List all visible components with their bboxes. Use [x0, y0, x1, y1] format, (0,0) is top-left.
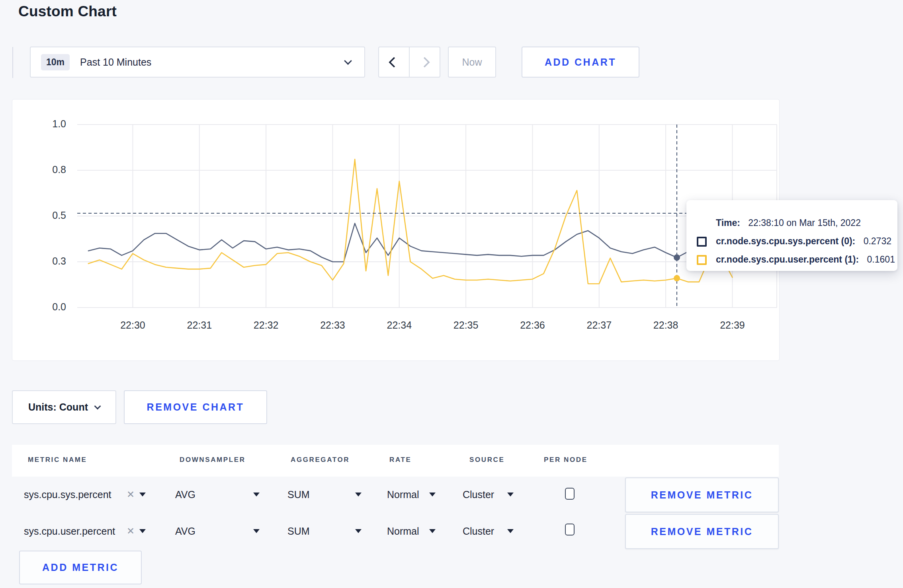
downsampler-select[interactable]: AVG [175, 489, 195, 500]
now-button[interactable]: Now [448, 47, 496, 78]
downsampler-caret-icon[interactable] [253, 529, 260, 533]
units-select[interactable]: Units: Count [12, 390, 116, 424]
tooltip-series-label: cr.node.sys.cpu.sys.percent (0): [716, 236, 855, 246]
y-axis-tick-label: 0.0 [52, 301, 66, 312]
series-line-1 [88, 159, 733, 284]
hover-dot-0 [674, 254, 680, 261]
col-header-per-node: PER NODE [544, 456, 588, 464]
metric-name-value[interactable]: sys.cpu.user.percent [24, 526, 115, 537]
time-range-badge: 10m [41, 54, 70, 70]
tooltip-series-row: cr.node.sys.cpu.sys.percent (0): 0.2732 [695, 236, 889, 247]
x-axis-tick-label: 22:35 [453, 319, 479, 331]
downsampler-select[interactable]: AVG [175, 526, 195, 537]
x-axis-tick-label: 22:38 [653, 319, 678, 331]
time-range-label: Past 10 Minutes [80, 56, 151, 68]
x-axis-tick-label: 22:39 [720, 319, 745, 331]
rate-caret-icon[interactable] [429, 529, 436, 533]
tooltip-series-row: cr.node.sys.cpu.user.percent (1): 0.1601 [695, 254, 889, 265]
col-header-metric-name: METRIC NAME [28, 456, 87, 464]
time-nav-group [378, 47, 440, 78]
source-select[interactable]: Cluster [463, 489, 494, 500]
x-axis-tick-label: 22:34 [387, 319, 412, 331]
remove-metric-button[interactable]: REMOVE METRIC [625, 514, 779, 549]
x-axis-tick-label: 22:31 [187, 319, 212, 331]
toolbar-left-divider [12, 47, 13, 78]
sys-series-swatch-icon [697, 237, 707, 247]
clear-metric-icon[interactable]: ✕ [127, 526, 135, 537]
aggregator-select[interactable]: SUM [287, 526, 310, 537]
remove-chart-button[interactable]: REMOVE CHART [124, 390, 267, 424]
add-metric-button[interactable]: ADD METRIC [19, 551, 142, 584]
chevron-down-icon [344, 57, 352, 65]
timeseries-chart[interactable]: 0.00.30.50.81.022:3022:3122:3222:3322:34… [12, 99, 778, 359]
chevron-left-icon [389, 57, 399, 68]
page-title: Custom Chart [18, 3, 117, 20]
metric-name-caret-icon[interactable] [139, 529, 146, 533]
per-node-checkbox[interactable] [565, 488, 575, 500]
chevron-down-icon [94, 403, 101, 410]
add-chart-button[interactable]: ADD CHART [522, 47, 639, 78]
col-header-aggregator: AGGREGATOR [291, 456, 350, 464]
col-header-source: SOURCE [469, 456, 504, 464]
metrics-table-header: METRIC NAME DOWNSAMPLER AGGREGATOR RATE … [12, 445, 779, 477]
tooltip-time-row: Time: 22:38:10 on Mar 15th, 2022 [695, 218, 889, 228]
chart-panel: 0.00.30.50.81.022:3022:3122:3222:3322:34… [12, 99, 780, 361]
clear-metric-icon[interactable]: ✕ [127, 489, 135, 500]
chevron-right-icon [419, 57, 430, 68]
series-line-0 [88, 223, 733, 262]
next-range-button[interactable] [409, 47, 440, 77]
y-axis-tick-label: 0.5 [52, 210, 66, 221]
downsampler-caret-icon[interactable] [253, 493, 260, 496]
user-series-swatch-icon [697, 255, 707, 265]
chart-tooltip: Time: 22:38:10 on Mar 15th, 2022 cr.node… [686, 200, 897, 271]
custom-chart-page: Custom Chart 10m Past 10 Minutes Now ADD… [0, 0, 903, 588]
tooltip-time-label: Time: [716, 218, 740, 228]
per-node-checkbox[interactable] [565, 524, 575, 535]
x-axis-tick-label: 22:30 [120, 319, 145, 331]
tooltip-series-label: cr.node.sys.cpu.user.percent (1): [716, 254, 859, 265]
aggregator-caret-icon[interactable] [355, 493, 362, 496]
units-label: Units: Count [28, 401, 88, 413]
remove-metric-button[interactable]: REMOVE METRIC [625, 477, 779, 512]
x-axis-tick-label: 22:36 [520, 319, 545, 331]
col-header-rate: RATE [389, 456, 411, 464]
rate-select[interactable]: Normal [387, 489, 419, 500]
col-header-downsampler: DOWNSAMPLER [180, 456, 246, 464]
source-select[interactable]: Cluster [463, 526, 494, 537]
x-axis-tick-label: 22:32 [254, 319, 279, 331]
metric-name-caret-icon[interactable] [139, 493, 146, 496]
prev-range-button[interactable] [379, 47, 409, 77]
x-axis-tick-label: 22:37 [586, 319, 612, 331]
rate-caret-icon[interactable] [429, 493, 436, 496]
tooltip-series-value: 0.2732 [864, 236, 891, 246]
tooltip-time-value: 22:38:10 on Mar 15th, 2022 [748, 218, 861, 228]
aggregator-caret-icon[interactable] [355, 529, 362, 533]
source-caret-icon[interactable] [507, 529, 514, 533]
source-caret-icon[interactable] [507, 493, 514, 496]
hover-dot-1 [674, 275, 680, 281]
metric-name-value[interactable]: sys.cpu.sys.percent [24, 489, 111, 500]
x-axis-tick-label: 22:33 [320, 319, 345, 331]
rate-select[interactable]: Normal [387, 526, 419, 537]
time-range-select[interactable]: 10m Past 10 Minutes [30, 47, 365, 78]
y-axis-tick-label: 1.0 [52, 118, 66, 129]
y-axis-tick-label: 0.3 [52, 255, 66, 267]
tooltip-series-value: 0.1601 [867, 254, 895, 265]
y-axis-tick-label: 0.8 [52, 164, 66, 175]
aggregator-select[interactable]: SUM [287, 489, 310, 500]
